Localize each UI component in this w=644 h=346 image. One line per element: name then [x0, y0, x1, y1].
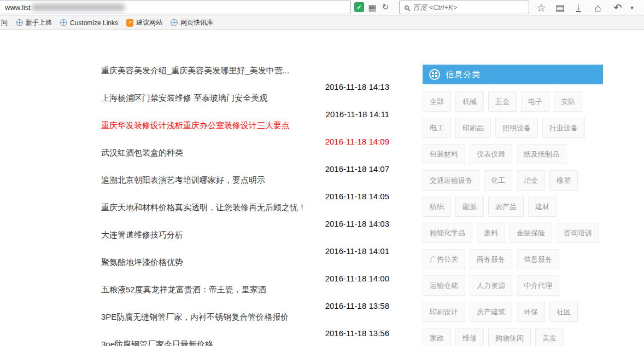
- article-title-link[interactable]: 3pe防腐钢管厂家今日最新价格: [101, 339, 213, 346]
- bookmark-star-icon[interactable]: [535, 1, 548, 14]
- security-shield-icon[interactable]: [354, 2, 364, 12]
- article-title-link[interactable]: 聚氨酯地坪漆价格优势: [101, 257, 183, 268]
- category-tag[interactable]: 建材: [528, 197, 557, 217]
- bookmarks-bar: 问 新手上路 Customize Links 建议网站 网页快讯库: [0, 15, 644, 30]
- article-row: 聚氨酯地坪漆价格优势 2016-11-18 14:00: [101, 256, 389, 283]
- category-tag[interactable]: 照明设备: [495, 118, 538, 138]
- article-title-link[interactable]: 大连管道维修技巧分析: [101, 230, 183, 240]
- category-tag[interactable]: 冶金: [517, 170, 545, 191]
- article-timestamp: 2016-11-18 14:01: [325, 246, 389, 256]
- category-tag[interactable]: 家政: [423, 328, 451, 346]
- category-tag[interactable]: 信息服务: [517, 249, 559, 269]
- category-tag[interactable]: 交通运输设备: [423, 170, 479, 191]
- bookmark-item[interactable]: Customize Links: [60, 19, 118, 27]
- home-icon[interactable]: [592, 1, 605, 14]
- article-row: 五粮液52度真龙祥龙富贵酒：帝王瓷，皇家酒 2016-11-18 13:58: [101, 283, 389, 310]
- category-tag[interactable]: 电工: [423, 118, 451, 138]
- globe-icon: [171, 19, 178, 26]
- article-timestamp: 2016-11-18 14:05: [325, 192, 389, 201]
- bookmark-item[interactable]: 问: [1, 18, 8, 27]
- history-back-icon[interactable]: [611, 1, 624, 14]
- bookmark-item[interactable]: 网页快讯库: [171, 18, 213, 27]
- bookmark-label: Customize Links: [70, 19, 118, 27]
- category-tag[interactable]: 商务服务: [470, 249, 512, 269]
- qr-code-icon[interactable]: [367, 2, 377, 12]
- browser-window: www.list 百度 <Ctrl+K> 问 新手上路: [0, 0, 644, 346]
- category-tag[interactable]: 金融保险: [510, 223, 552, 243]
- toolbar-dropdown-caret-icon[interactable]: [625, 1, 639, 14]
- navigation-bar: www.list 百度 <Ctrl+K>: [0, 0, 644, 15]
- category-tag[interactable]: 美发: [535, 328, 564, 346]
- search-icon: [405, 5, 409, 10]
- category-tag[interactable]: 废料: [477, 223, 505, 243]
- category-tag[interactable]: 房产建筑: [470, 302, 512, 322]
- category-tag-list: 全部 机械 五金 电子 安防 电工 印刷品 照明设备 行业设备 包装材料 仪表仪…: [423, 91, 603, 346]
- bookmarks-panel-icon[interactable]: [553, 1, 566, 14]
- article-row: 3PE防腐无缝钢管厂家，内衬不锈钢复合管价格报价 2016-11-18 13:5…: [101, 310, 389, 338]
- category-tag[interactable]: 广告公关: [423, 249, 465, 269]
- search-box[interactable]: 百度 <Ctrl+K>: [399, 1, 529, 14]
- category-tag[interactable]: 电子: [521, 91, 549, 112]
- article-timestamp: 2016-11-18 14:09: [325, 137, 389, 146]
- bookmark-label: 网页快讯库: [180, 18, 213, 27]
- category-tag[interactable]: 印刷品: [455, 118, 491, 138]
- article-row-highlighted: 重庆华发装修设计浅析重庆办公室装修设计三大要点 2016-11-18 14:09: [101, 119, 389, 146]
- category-tag[interactable]: 精细化学品: [423, 223, 472, 243]
- article-title-link[interactable]: 3PE防腐无缝钢管厂家，内衬不锈钢复合管价格报价: [101, 312, 289, 322]
- article-row: 上海杨浦区门禁安装维修 至泰玻璃门安全美观 2016-11-18 14:11: [101, 91, 389, 119]
- category-tag[interactable]: 维修: [455, 328, 484, 346]
- bookmark-label: 问: [1, 18, 8, 27]
- article-row: 重庆天地和材料价格真实透明，让您装修再无后顾之忧！ 2016-11-18 14:…: [101, 201, 389, 228]
- category-tag[interactable]: 人力资源: [470, 275, 512, 296]
- article-row: 重庆美容美发介绍_重庆美容美发哪里好_美发中营... 2016-11-18 14…: [101, 64, 389, 91]
- category-tag[interactable]: 社区: [549, 302, 578, 322]
- bookmark-item[interactable]: 新手上路: [16, 18, 52, 27]
- category-tag[interactable]: 能源: [455, 197, 484, 217]
- suggested-sites-icon: [126, 19, 133, 27]
- category-tag[interactable]: 纺织: [423, 197, 451, 217]
- article-timestamp: 2016-11-18 13:58: [325, 301, 389, 310]
- category-tag[interactable]: 机械: [455, 91, 484, 112]
- globe-icon: [60, 19, 67, 26]
- category-tag[interactable]: 五金: [488, 91, 517, 112]
- sidebar-header: 信息分类: [423, 65, 603, 84]
- category-tag[interactable]: 行业设备: [542, 118, 585, 138]
- globe-icon: [16, 19, 23, 26]
- article-timestamp: 2016-11-18 14:13: [325, 82, 389, 91]
- address-bar[interactable]: www.list: [0, 1, 351, 14]
- category-tag[interactable]: 中介代理: [517, 275, 559, 296]
- sidebar-title: 信息分类: [446, 70, 481, 80]
- article-title-link[interactable]: 重庆天地和材料价格真实透明，让您装修再无后顾之忧！: [101, 203, 306, 213]
- article-timestamp: 2016-11-18 14:00: [325, 274, 389, 283]
- article-title-link[interactable]: 上海杨浦区门禁安装维修 至泰玻璃门安全美观: [101, 93, 267, 103]
- article-row: 大连管道维修技巧分析 2016-11-18 14:01: [101, 228, 389, 256]
- category-tag[interactable]: 仪表仪器: [470, 144, 512, 164]
- refresh-icon[interactable]: [380, 2, 390, 12]
- article-list: 重庆美容美发介绍_重庆美容美发哪里好_美发中营... 2016-11-18 14…: [101, 64, 389, 346]
- search-placeholder: 百度 <Ctrl+K>: [413, 3, 457, 13]
- article-title-link[interactable]: 追溯北京朝阳表演艺考培训哪家好，要点明示: [101, 175, 265, 186]
- category-tag[interactable]: 印刷设计: [423, 302, 465, 322]
- article-title-link[interactable]: 五粮液52度真龙祥龙富贵酒：帝王瓷，皇家酒: [101, 285, 266, 295]
- category-tag[interactable]: 运输仓储: [423, 275, 465, 296]
- article-row: 武汉红酒包装盒的种类 2016-11-18 14:07: [101, 146, 389, 174]
- category-tag[interactable]: 包装材料: [423, 144, 465, 164]
- url-blurred-segment: [32, 4, 125, 11]
- bookmark-item[interactable]: 建议网站: [126, 18, 162, 27]
- article-title-link[interactable]: 重庆美容美发介绍_重庆美容美发哪里好_美发中营...: [101, 66, 289, 76]
- article-timestamp: 2016-11-18 14:03: [325, 219, 389, 228]
- article-timestamp: 2016-11-18 14:11: [326, 109, 389, 119]
- category-tag[interactable]: 化工: [484, 170, 512, 191]
- category-tag[interactable]: 咨询培训: [557, 223, 599, 243]
- url-text: www.list: [5, 3, 31, 11]
- category-tag[interactable]: 全部: [423, 91, 451, 112]
- category-tag[interactable]: 购物休闲: [488, 328, 531, 346]
- category-tag[interactable]: 环保: [517, 302, 545, 322]
- article-title-link[interactable]: 重庆华发装修设计浅析重庆办公室装修设计三大要点: [101, 120, 290, 131]
- category-tag[interactable]: 橡塑: [549, 170, 578, 191]
- category-tag[interactable]: 纸及纸制品: [517, 144, 566, 164]
- category-tag[interactable]: 农产品: [488, 197, 524, 217]
- download-icon[interactable]: [572, 1, 585, 14]
- article-title-link[interactable]: 武汉红酒包装盒的种类: [101, 148, 183, 158]
- category-tag[interactable]: 安防: [554, 91, 582, 112]
